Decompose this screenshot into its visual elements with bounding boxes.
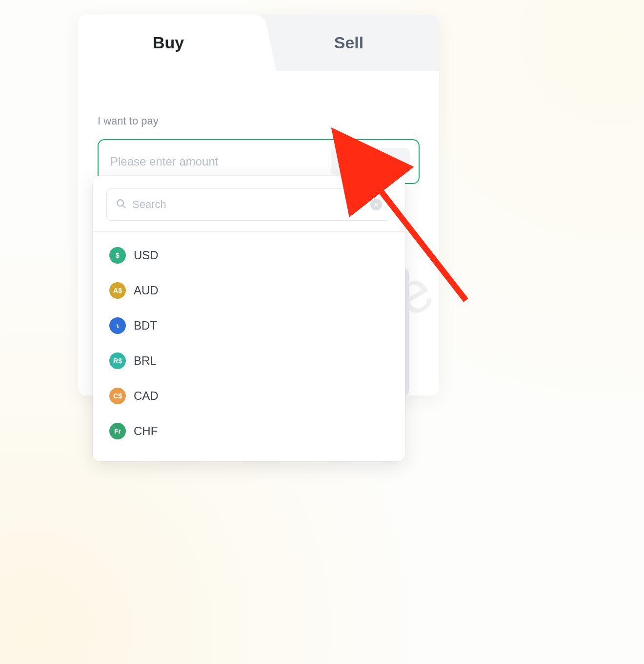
brl-icon: R$ [109, 353, 126, 369]
currency-option-label: CAD [134, 389, 159, 403]
tab-buy-label: Buy [153, 33, 184, 52]
chf-icon: Fr [109, 423, 126, 439]
currency-option-bdt[interactable]: ৳BDT [106, 308, 391, 343]
search-field: ✕ [106, 188, 391, 221]
currency-option-label: BRL [134, 354, 157, 368]
pay-label: I want to pay [98, 115, 420, 127]
currency-option-label: USD [134, 249, 159, 262]
tab-bar: Buy Sell [78, 15, 439, 71]
clear-search-button[interactable]: ✕ [370, 199, 382, 210]
cad-icon: C$ [109, 388, 126, 404]
currency-option-chf[interactable]: FrCHF [106, 414, 391, 449]
currency-option-label: AUD [134, 284, 159, 297]
amount-input[interactable] [110, 155, 331, 168]
bdt-icon: ৳ [109, 317, 126, 334]
currency-option-aud[interactable]: A$AUD [106, 273, 391, 308]
currency-option-usd[interactable]: $USD [106, 238, 391, 273]
currency-selector[interactable]: ₾ GEL [331, 148, 410, 175]
svg-line-1 [123, 206, 125, 208]
tab-sell[interactable]: Sell [259, 15, 439, 71]
currency-option-label: BDT [134, 319, 157, 332]
search-input[interactable] [132, 198, 364, 211]
tab-buy[interactable]: Buy [78, 15, 259, 71]
usd-icon: $ [109, 247, 126, 264]
tab-sell-label: Sell [334, 33, 363, 52]
aud-icon: A$ [109, 282, 126, 299]
currency-dropdown: ✕ $USDA$AUD৳BDTR$BRLC$CADFrCHF [93, 176, 405, 461]
gel-icon: ₾ [340, 154, 355, 169]
currency-option-label: CHF [134, 424, 158, 438]
currency-option-cad[interactable]: C$CAD [106, 378, 391, 414]
currency-option-list: $USDA$AUD৳BDTR$BRLC$CADFrCHF [93, 232, 405, 456]
currency-option-brl[interactable]: R$BRL [106, 343, 391, 378]
search-icon [116, 198, 126, 211]
chevron-up-icon [394, 160, 401, 164]
selected-currency-code: GEL [361, 154, 386, 169]
